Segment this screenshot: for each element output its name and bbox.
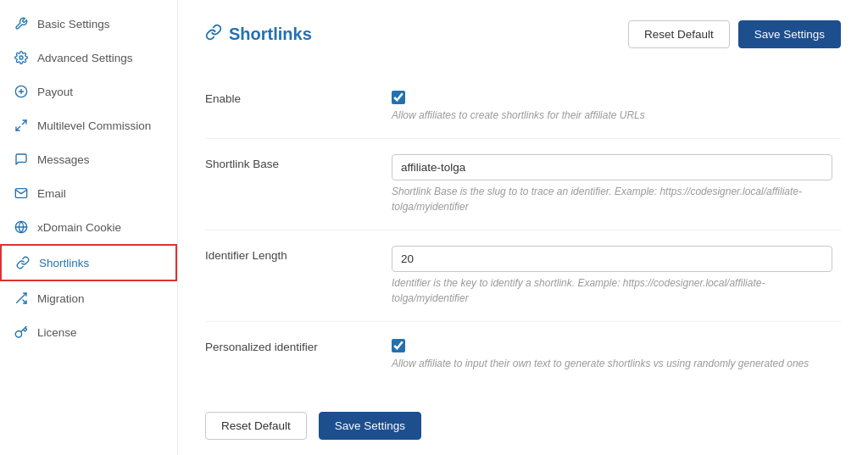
personalized-identifier-row: Personalized identifier Allow affiliate … [205,322,841,386]
sidebar-item-license[interactable]: License [0,315,177,349]
page-title: Shortlinks [205,24,312,45]
arrow-container: Save Settings [319,412,421,440]
dollar-icon [14,84,29,99]
enable-label: Enable [205,89,375,105]
form-section: Enable Allow affiliates to create shortl… [205,74,841,386]
identifier-length-input[interactable] [392,246,832,272]
bottom-save-button[interactable]: Save Settings [319,412,421,440]
layers-icon [14,118,29,133]
shortlink-base-control: Shortlink Base is the slug to to trace a… [392,154,841,214]
shortlink-base-hint: Shortlink Base is the slug to to trace a… [392,184,841,214]
page-title-text: Shortlinks [229,25,312,44]
shortlinks-label: Shortlinks [39,257,89,269]
sidebar-item-migration[interactable]: Migration [0,281,177,315]
svg-line-5 [16,126,20,130]
link-icon [15,255,31,270]
xdomain-cookie-label: xDomain Cookie [37,221,121,234]
identifier-length-row: Identifier Length Identifier is the key … [205,230,841,322]
sidebar-item-messages[interactable]: Messages [0,142,177,176]
email-label: Email [37,187,66,200]
sidebar: Basic Settings Advanced Settings Payout … [0,0,178,455]
sidebar-item-basic-settings[interactable]: Basic Settings [0,7,177,41]
enable-row: Enable Allow affiliates to create shortl… [205,74,841,139]
sidebar-item-shortlinks[interactable]: Shortlinks [0,244,177,281]
title-link-icon [205,24,222,45]
sidebar-item-xdomain-cookie[interactable]: xDomain Cookie [0,210,177,244]
sidebar-item-email[interactable]: Email [0,176,177,210]
identifier-length-hint: Identifier is the key to identify a shor… [392,275,841,306]
wrench-icon [14,16,29,31]
shortlink-base-row: Shortlink Base Shortlink Base is the slu… [205,139,841,230]
import-icon [14,291,29,306]
basic-settings-label: Basic Settings [37,18,110,31]
sidebar-item-payout[interactable]: Payout [0,75,177,108]
svg-line-4 [22,120,26,125]
gear-icon [14,50,29,65]
key-icon [14,325,29,340]
globe-icon [14,219,29,235]
shortlink-base-input[interactable] [392,154,832,180]
advanced-settings-label: Advanced Settings [37,52,133,64]
enable-hint: Allow affiliates to create shortlinks fo… [392,108,841,123]
multilevel-commission-label: Multilevel Commission [37,119,151,132]
personalized-identifier-checkbox[interactable] [392,339,405,352]
header-buttons: Reset Default Save Settings [628,20,841,48]
bottom-buttons: Reset Default Save Settings [205,403,841,440]
personalized-identifier-control: Allow affiliate to input their own text … [392,337,841,371]
payout-label: Payout [37,86,73,98]
license-label: License [37,326,77,339]
migration-label: Migration [37,292,85,305]
svg-point-0 [19,56,23,59]
personalized-identifier-label: Personalized identifier [205,337,375,353]
bottom-reset-button[interactable]: Reset Default [205,412,307,440]
messages-label: Messages [37,153,90,166]
sidebar-item-multilevel-commission[interactable]: Multilevel Commission [0,108,177,142]
envelope-icon [14,186,29,201]
shortlink-base-label: Shortlink Base [205,154,375,170]
identifier-length-control: Identifier is the key to identify a shor… [392,246,841,306]
enable-checkbox[interactable] [392,91,405,104]
message-icon [14,152,29,167]
sidebar-item-advanced-settings[interactable]: Advanced Settings [0,41,177,75]
header-reset-button[interactable]: Reset Default [628,20,730,48]
identifier-length-label: Identifier Length [205,246,375,262]
main-content: Shortlinks Reset Default Save Settings E… [178,0,868,455]
personalized-identifier-hint: Allow affiliate to input their own text … [392,356,841,371]
main-header: Shortlinks Reset Default Save Settings [205,20,841,48]
header-save-button[interactable]: Save Settings [738,20,841,48]
enable-control: Allow affiliates to create shortlinks fo… [392,89,841,123]
